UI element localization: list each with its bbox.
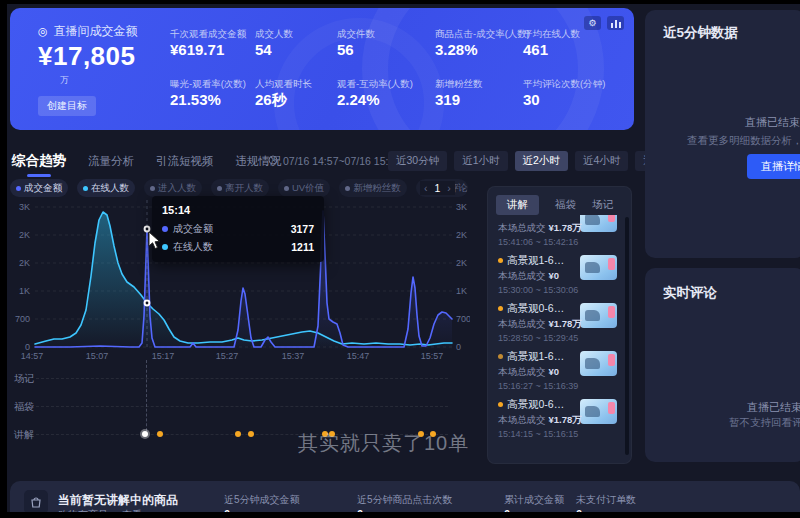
online-dot-icon	[83, 186, 88, 191]
dot-icon	[150, 186, 155, 191]
product-thumbnail	[580, 215, 617, 232]
dot-icon	[345, 186, 350, 191]
metric-value: 3.28%	[435, 41, 478, 58]
item-dot-icon	[498, 402, 503, 407]
gmv-dot-icon	[16, 186, 21, 191]
stat-label: 近5分钟成交金额	[224, 493, 300, 507]
banner-main-value: ¥17,805	[38, 41, 135, 72]
item-dot-icon	[498, 258, 503, 263]
tab-traffic-analysis[interactable]: 流量分析	[88, 154, 134, 169]
list-item[interactable]: 高景观0-6岁宝宝溜... 本场总成交¥1.78万 15:28:50 ~ 15:…	[498, 302, 617, 350]
legend-gmv[interactable]: 成交金额	[10, 179, 68, 197]
y-tick-right: 2K	[456, 258, 467, 268]
tab-overall-trend[interactable]: 综合趋势	[12, 152, 66, 170]
gmv-dot-icon	[162, 226, 168, 232]
y-tick: 1K	[19, 286, 30, 296]
metric-label: 平均评论次数(分钟)	[523, 78, 605, 91]
row-divider	[36, 378, 448, 379]
shopping-bag-icon	[24, 490, 48, 512]
y-tick-right: 3K	[456, 202, 467, 212]
x-tick: 15:37	[282, 351, 305, 361]
realtime-comments-panel: 实时评论 直播已结束 暂不支持回看评论	[645, 268, 800, 462]
live-ended-status: 直播已结束	[747, 400, 800, 415]
crosshair-extension	[146, 360, 147, 436]
tab-short-video[interactable]: 引流短视频	[156, 154, 214, 169]
live-detail-button[interactable]: 直播详情	[747, 154, 800, 179]
metric-value: 319	[435, 91, 460, 108]
y-tick: 3K	[19, 202, 30, 212]
mini-chart-icon[interactable]	[607, 16, 624, 30]
explain-marker-dot[interactable]	[157, 431, 163, 437]
view-link[interactable]: 查看	[122, 508, 142, 512]
hover-marker-online	[144, 300, 151, 307]
metric-label: 成交人数	[255, 28, 293, 41]
legend-enter[interactable]: 进入人数	[144, 179, 202, 197]
metric-label: 人均观看时长	[255, 78, 312, 91]
product-thumbnail	[580, 255, 617, 280]
overlay-watermark-text: 其实就只卖了10单	[298, 430, 469, 457]
y-tick: 700	[15, 314, 30, 324]
metric-label: 曝光-观看率(次数)	[170, 78, 246, 91]
page-next-button[interactable]: ›	[447, 182, 451, 194]
explain-list-viewport: 本场总成交¥1.78万 15:41:06 ~ 15:42:16 高景观1-6岁宝…	[488, 215, 631, 461]
panel-hint: 暂不支持回看评论	[729, 416, 800, 430]
metric-value: ¥619.71	[170, 41, 224, 58]
legend-new-fans[interactable]: 新增粉丝数	[339, 179, 407, 197]
metric-value: 30	[523, 91, 540, 108]
tooltip-row: 成交金额 3177	[162, 222, 314, 236]
explain-list-panel: 讲解 福袋 场记 本场总成交¥1.78万 15:41:06 ~ 15:42:16…	[487, 186, 632, 464]
explain-marker-dot[interactable]	[248, 431, 254, 437]
range-4h[interactable]: 近4小时	[575, 151, 628, 171]
metric-label: 观看-互动率(人数)	[337, 78, 413, 91]
clock-icon	[268, 155, 278, 167]
metric-value: 26秒	[255, 91, 287, 110]
target-icon: ◎	[38, 25, 48, 38]
product-thumbnail	[580, 303, 617, 328]
item-dot-icon	[498, 354, 503, 359]
product-thumbnail	[580, 399, 617, 424]
gear-icon[interactable]: ⚙	[584, 16, 601, 30]
range-1h[interactable]: 近1小时	[454, 151, 507, 171]
row-label-scene-note: 场记	[14, 372, 34, 386]
metric-value: 21.53%	[170, 91, 221, 108]
x-tick: 15:27	[216, 351, 239, 361]
metric-value: 54	[255, 41, 272, 58]
list-scrollbar[interactable]	[625, 217, 629, 455]
y-tick-right: 0	[456, 342, 461, 352]
y-tick-right: 700	[456, 314, 470, 324]
row-divider	[36, 406, 448, 407]
online-dot-icon	[162, 244, 168, 250]
metric-label: 千次观看成交金额	[170, 28, 246, 41]
legend-online[interactable]: 在线人数	[77, 179, 135, 197]
mouse-cursor	[148, 231, 161, 250]
create-goal-button[interactable]: 创建目标	[38, 96, 96, 116]
stat-value: 0	[224, 508, 230, 512]
list-item[interactable]: 高景观0-6岁宝宝溜... 本场总成交¥1.78万 15:14:15 ~ 15:…	[498, 398, 617, 446]
y-tick: 2K	[19, 230, 30, 240]
page-prev-button[interactable]: ‹	[424, 182, 428, 194]
explain-marker-dot[interactable]	[235, 431, 241, 437]
page-number: 1	[435, 182, 441, 194]
legend-uv[interactable]: UV价值	[278, 179, 330, 197]
metric-label: 商品点击-成交率(人数)	[435, 28, 530, 41]
tab-explain[interactable]: 讲解	[496, 195, 539, 215]
metric-value: 461	[523, 41, 548, 58]
no-explaining-product-title: 当前暂无讲解中的商品	[58, 492, 178, 509]
cart-products-label: 购物车商品	[58, 508, 108, 512]
tab-lucky-bag[interactable]: 福袋	[555, 198, 576, 212]
range-30min[interactable]: 近30分钟	[388, 151, 447, 171]
x-tick: 15:57	[421, 351, 444, 361]
range-2h[interactable]: 近2小时	[515, 151, 568, 171]
x-tick: 15:07	[86, 351, 109, 361]
tab-scene-note[interactable]: 场记	[592, 198, 613, 212]
bottom-status-bar: 当前暂无讲解中的商品 购物车商品 查看 近5分钟成交金额 0 近5分钟商品点击次…	[10, 481, 800, 512]
list-item[interactable]: 高景观1-6岁宝宝T1... 本场总成交¥0 15:30:00 ~ 15:30:…	[498, 254, 617, 302]
explain-marker-dot[interactable]	[142, 431, 148, 437]
list-item[interactable]: 高景观1-6岁宝宝T1... 本场总成交¥0 15:16:27 ~ 15:16:…	[498, 350, 617, 398]
row-label-lucky-bag: 福袋	[14, 400, 34, 414]
list-item[interactable]: 本场总成交¥1.78万 15:41:06 ~ 15:42:16	[498, 215, 617, 254]
stat-value: 0	[576, 508, 582, 512]
metric-label: 新增粉丝数	[435, 78, 483, 91]
legend-leave[interactable]: 离开人数	[211, 179, 269, 197]
product-thumbnail	[580, 351, 617, 376]
